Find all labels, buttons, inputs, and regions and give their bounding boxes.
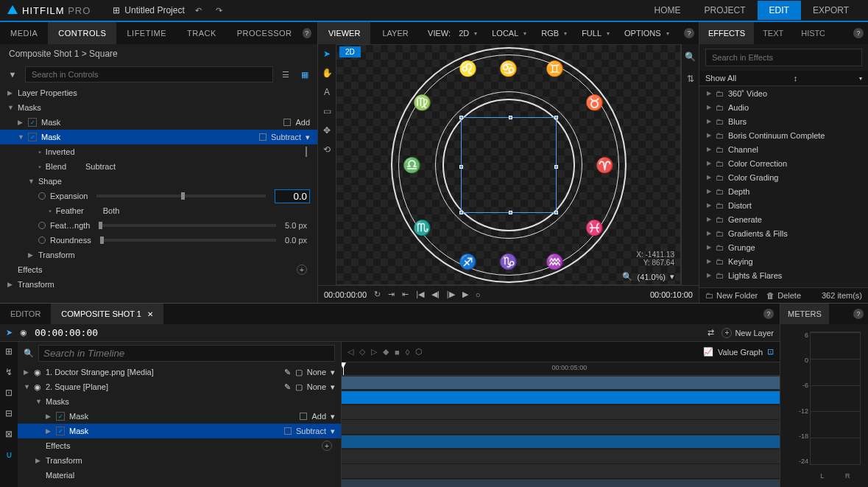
kf-diamond-icon[interactable]: ◆ [383, 347, 389, 357]
keyframe-icon[interactable] [38, 222, 46, 229]
tree-layer-properties[interactable]: Layer Properties [0, 85, 317, 100]
track-transform[interactable]: Transform [18, 453, 341, 468]
track-2[interactable]: ◉2. Square [Plane]✎▢None▾ [18, 379, 341, 394]
tl-tool-4[interactable]: ⊟ [2, 407, 15, 420]
view-mode-dropdown[interactable]: VIEW: 2D [422, 25, 483, 41]
zoom-tool-icon[interactable]: 🔍 [684, 50, 697, 63]
timeline-search[interactable] [38, 345, 335, 362]
effect-folder[interactable]: ▶🗀Blurs [699, 114, 868, 128]
effect-folder[interactable]: ▶🗀Distort [699, 198, 868, 212]
visibility-icon[interactable]: ◉ [34, 368, 41, 377]
effects-help-icon[interactable]: ? [853, 28, 864, 38]
tree-roundness[interactable]: Roundness0.0 px [0, 233, 317, 248]
full-dropdown[interactable]: FULL [576, 25, 615, 41]
text-tool-icon[interactable]: A [320, 85, 334, 99]
new-folder-button[interactable]: 🗀New Folder [705, 291, 758, 300]
mask-tool-icon[interactable]: ▭ [320, 105, 334, 118]
tab-track[interactable]: TRACK [177, 22, 227, 44]
tree-expansion[interactable]: Expansion [0, 189, 317, 203]
tree-shape[interactable]: Shape [0, 174, 317, 189]
tree-transform[interactable]: Transform [0, 277, 317, 292]
nav-edit[interactable]: EDIT [758, 1, 801, 20]
hand-tool-icon[interactable]: ✋ [320, 66, 334, 80]
step-fwd-icon[interactable]: |▶ [447, 290, 455, 299]
timeline-sequence[interactable]: ◁ ◇ ▷ ◆ ■ ◊ ⬡ 📈Value Graph⊡ 00:00:05:00 [342, 342, 780, 487]
effect-folder[interactable]: ▶🗀Lights & Flares [699, 268, 868, 282]
add-icon[interactable]: + [322, 441, 332, 451]
effect-folder[interactable]: ▶🗀Boris Continuum Complete [699, 128, 868, 142]
tab-media[interactable]: MEDIA [0, 22, 48, 44]
tree-mask-1[interactable]: MaskAdd [0, 115, 317, 130]
tl-tool-5[interactable]: ⊠ [2, 427, 15, 441]
mask-checkbox[interactable] [28, 118, 37, 127]
tl-magnet-icon[interactable]: ∪ [2, 448, 15, 461]
effect-folder[interactable]: ▶🗀Color Grading [699, 170, 868, 184]
tree-mask-2[interactable]: MaskSubtract ▾ [0, 130, 317, 144]
inverted-checkbox[interactable] [306, 147, 307, 157]
visibility-icon[interactable]: ◉ [34, 382, 41, 392]
pencil-icon[interactable]: ✎ [284, 382, 291, 392]
feather-slider[interactable] [99, 224, 276, 227]
tl-tool-1[interactable]: ⊞ [2, 345, 15, 358]
search-icon[interactable]: 🔍 [24, 348, 34, 358]
expansion-slider[interactable] [96, 195, 266, 197]
link-icon[interactable]: ⇄ [708, 328, 714, 337]
meters-help-icon[interactable]: ? [853, 309, 864, 319]
effect-folder[interactable]: ▶🗀Generate [699, 212, 868, 226]
keyframe-icon[interactable] [38, 192, 46, 200]
tl-tool-3[interactable]: ⊡ [2, 386, 15, 399]
new-layer-button[interactable]: +New Layer [721, 328, 774, 338]
track-mask-b[interactable]: MaskSubtract ▾ [18, 424, 341, 438]
effects-search[interactable] [705, 49, 862, 66]
zoom-level[interactable]: 🔍(41.0%) ▾ [622, 272, 674, 281]
list-view-icon[interactable]: ☰ [279, 68, 292, 81]
tree-mask-transform[interactable]: Transform [0, 248, 317, 262]
track-1[interactable]: ◉1. Doctor Strange.png [Media]✎▢None▾ [18, 365, 341, 379]
loop-icon[interactable]: ↻ [374, 290, 381, 299]
tab-history[interactable]: HISTO [792, 22, 825, 44]
rotate-tool-icon[interactable]: ⟲ [320, 143, 334, 156]
viewer-canvas[interactable]: 2D ♋ ♊ ♉ ♈ ♓ ♒ ♑ ♐ ♏ ♎ ♍ [336, 44, 681, 285]
link-tool-icon[interactable]: ⇅ [684, 72, 697, 85]
expansion-value[interactable] [275, 189, 310, 203]
close-tab-icon[interactable]: ✕ [147, 310, 153, 318]
nav-export[interactable]: EXPORT [801, 1, 861, 20]
options-dropdown[interactable]: OPTIONS [618, 25, 675, 41]
snap-icon[interactable]: ◉ [20, 328, 27, 337]
value-graph-toggle[interactable]: Value Graph [718, 348, 763, 357]
effect-folder[interactable]: ▶🗀360˚ Video [699, 86, 868, 100]
record-icon[interactable]: ○ [476, 290, 481, 299]
tree-masks[interactable]: Masks [0, 100, 317, 115]
viewer-tab-layer[interactable]: LAYER [372, 22, 418, 44]
effect-folder[interactable]: ▶🗀Keying [699, 254, 868, 268]
pencil-icon[interactable]: ✎ [284, 368, 291, 377]
track-masks[interactable]: Masks [18, 394, 341, 409]
tl-tool-2[interactable]: ↯ [2, 365, 15, 379]
tree-feather[interactable]: •FeatherBoth [0, 203, 317, 218]
selection-box[interactable] [461, 117, 557, 213]
effect-folder[interactable]: ▶🗀Color Correction [699, 156, 868, 170]
tree-inverted[interactable]: •Inverted [0, 144, 317, 159]
roundness-slider[interactable] [100, 239, 276, 242]
graph-expand-icon[interactable]: ⊡ [767, 347, 774, 357]
kf-next-icon[interactable]: ▷ [371, 347, 377, 357]
undo-icon[interactable]: ↶ [192, 4, 205, 17]
kf-square-icon[interactable]: ■ [395, 348, 400, 357]
tab-editor[interactable]: EDITOR [0, 304, 51, 324]
rgb-dropdown[interactable]: RGB [535, 25, 573, 41]
effect-folder[interactable]: ▶🗀Channel [699, 142, 868, 156]
select-tool-icon[interactable]: ➤ [320, 47, 334, 60]
tree-blend[interactable]: •BlendSubtract [0, 159, 317, 174]
tab-processor[interactable]: PROCESSOR [227, 22, 303, 44]
editor-help-icon[interactable]: ? [763, 309, 774, 319]
tree-effects[interactable]: Effects+ [0, 262, 317, 277]
track-effects[interactable]: Effects+ [18, 438, 341, 453]
add-effect-icon[interactable]: + [297, 264, 307, 275]
effect-folder[interactable]: ▶🗀Gradients & Fills [699, 226, 868, 240]
track-mask-a[interactable]: MaskAdd ▾ [18, 409, 341, 424]
tab-effects[interactable]: EFFECTS [699, 22, 754, 44]
in-icon[interactable]: ⇤ [402, 290, 409, 299]
nav-home[interactable]: HOME [643, 1, 693, 20]
delete-button[interactable]: 🗑Delete [766, 291, 801, 300]
tab-lifetime[interactable]: LIFETIME [116, 22, 177, 44]
